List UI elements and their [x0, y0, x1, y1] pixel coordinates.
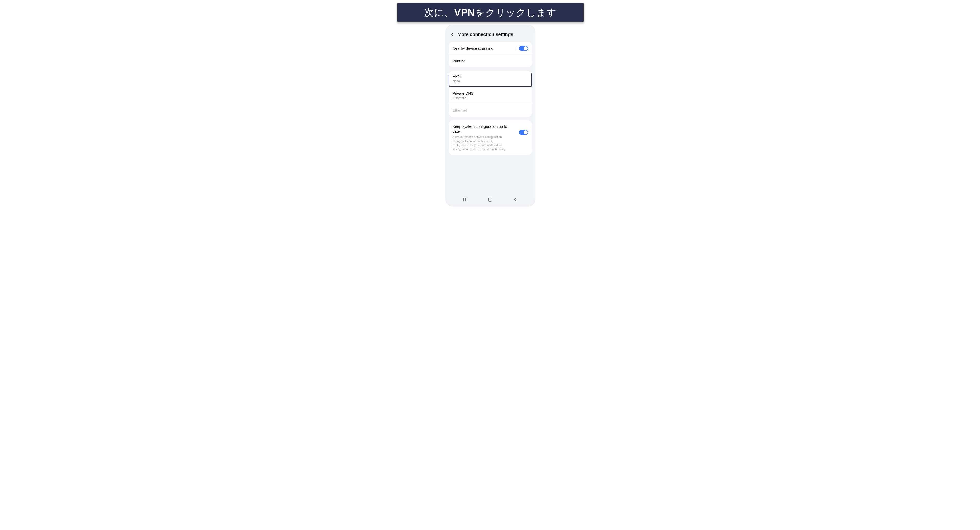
printing-label: Printing	[453, 59, 466, 64]
row-nearby-device-scanning[interactable]: Nearby device scanning	[449, 42, 532, 55]
instruction-bold: VPN	[454, 7, 475, 18]
svg-rect-3	[488, 198, 492, 201]
nearby-label: Nearby device scanning	[453, 46, 493, 51]
back-icon[interactable]	[450, 32, 455, 37]
settings-group-1: Nearby device scanning Printing	[449, 42, 532, 67]
keep-system-label: Keep system configuration up to date	[453, 124, 515, 134]
instruction-text: 次に、VPNをクリックします	[424, 6, 557, 19]
instruction-banner: 次に、VPNをクリックします	[397, 3, 584, 22]
vpn-sub: None	[453, 80, 461, 83]
keep-system-desc: Allow automatic network configuration ch…	[453, 135, 506, 151]
screen-header: More connection settings	[449, 27, 532, 42]
nearby-toggle[interactable]	[519, 46, 528, 51]
row-vpn[interactable]: VPN None	[449, 71, 531, 86]
nav-back-button[interactable]	[508, 198, 523, 202]
settings-group-2: VPN None Private DNS Automatic Ethernet	[449, 71, 532, 117]
private-dns-label: Private DNS	[453, 91, 474, 96]
phone-frame: More connection settings Nearby device s…	[446, 24, 535, 206]
page-title: More connection settings	[458, 32, 513, 37]
nav-recents-button[interactable]	[458, 198, 473, 202]
instruction-prefix: 次に、	[424, 7, 454, 18]
row-private-dns[interactable]: Private DNS Automatic	[449, 87, 532, 104]
instruction-suffix: をクリックします	[475, 7, 557, 18]
keep-system-toggle[interactable]	[519, 130, 528, 135]
settings-group-3: Keep system configuration up to date All…	[449, 120, 532, 155]
row-ethernet: Ethernet	[449, 104, 532, 117]
row-printing[interactable]: Printing	[449, 55, 532, 67]
android-nav-bar	[446, 194, 535, 206]
vpn-label: VPN	[453, 74, 461, 79]
vpn-highlight-box: VPN None	[449, 71, 532, 87]
ethernet-label: Ethernet	[453, 108, 467, 113]
row-keep-system-config[interactable]: Keep system configuration up to date All…	[449, 120, 532, 155]
private-dns-sub: Automatic	[453, 96, 474, 101]
nav-home-button[interactable]	[482, 197, 498, 202]
